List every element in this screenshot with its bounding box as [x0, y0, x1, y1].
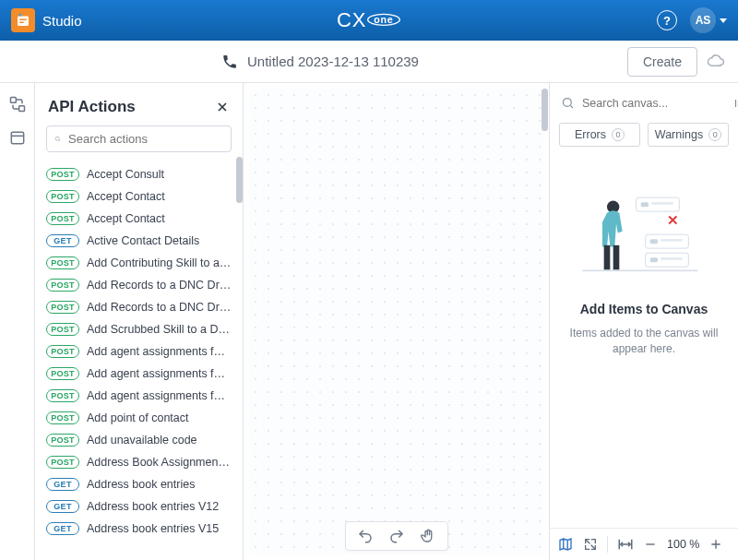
action-item[interactable]: GETAddress book entries V15: [44, 518, 233, 540]
svg-rect-24: [582, 270, 697, 272]
action-item[interactable]: POSTAdd point of contact: [44, 407, 233, 429]
action-item[interactable]: POSTAccept Contact: [44, 208, 233, 230]
fullscreen-icon[interactable]: [583, 537, 598, 552]
top-bar: Studio CX one ? AS: [0, 0, 738, 41]
scrollbar-thumb[interactable]: [236, 157, 243, 203]
canvas-grid[interactable]: [249, 89, 543, 554]
get-badge: GET: [46, 234, 79, 247]
rail-calendar-icon[interactable]: [7, 127, 28, 148]
action-label: Add agent assignments for s…: [87, 389, 232, 402]
action-item[interactable]: POSTAdd Records to a DNC Droup: [44, 274, 233, 296]
svg-text:one: one: [374, 14, 393, 25]
svg-rect-13: [651, 202, 673, 205]
action-item[interactable]: POSTAddress Book Assignment V4: [44, 451, 233, 473]
post-badge: POST: [46, 256, 79, 269]
action-label: Address book entries V15: [87, 522, 219, 535]
svg-rect-7: [18, 106, 24, 112]
action-label: Add agent assignments for s…: [87, 345, 232, 358]
search-actions-input[interactable]: [46, 125, 232, 152]
undo-button[interactable]: [357, 528, 374, 544]
svg-point-3: [19, 14, 22, 17]
action-item[interactable]: POSTAdd Contributing Skill to a D…: [44, 252, 233, 274]
search-canvas-input[interactable]: [559, 92, 729, 113]
action-item[interactable]: POSTAdd Scrubbed Skill to a DNC…: [44, 318, 233, 340]
post-badge: POST: [46, 190, 79, 203]
post-badge: POST: [46, 456, 79, 469]
action-item[interactable]: POSTAdd unavailable code: [44, 429, 233, 451]
post-badge: POST: [46, 345, 79, 358]
document-title: Untitled 2023-12-13 110239: [247, 54, 419, 69]
app-name: Studio: [42, 13, 82, 29]
action-label: Add Scrubbed Skill to a DNC…: [87, 323, 232, 336]
help-icon[interactable]: ?: [657, 10, 677, 30]
canvas-toolbar: [345, 521, 448, 551]
action-item[interactable]: POSTAdd agent assignments for s…: [44, 385, 233, 407]
action-item[interactable]: POSTAccept Consult: [44, 163, 233, 185]
tab-warnings[interactable]: Warnings 0: [648, 123, 729, 147]
action-label: Add Records to a DNC Droup: [87, 301, 232, 314]
post-badge: POST: [46, 411, 79, 424]
action-item[interactable]: GETAddress book entries V12: [44, 495, 233, 518]
action-item[interactable]: GETActive Contact Details: [44, 230, 233, 252]
svg-rect-19: [650, 257, 658, 262]
action-item[interactable]: POSTAdd agent assignments for s…: [44, 363, 233, 385]
post-badge: POST: [46, 323, 79, 336]
zoom-out-button[interactable]: [643, 537, 658, 552]
empty-text: Items added to the canvas will appear he…: [563, 326, 725, 358]
zoom-in-button[interactable]: [708, 537, 723, 552]
workspace: API Actions POSTAccept ConsultPOSTAccept…: [0, 83, 738, 560]
search-actions-field[interactable]: [68, 132, 223, 146]
post-badge: POST: [46, 279, 79, 292]
pan-hand-button[interactable]: [420, 528, 436, 544]
avatar: AS: [690, 7, 716, 33]
search-canvas-field[interactable]: [582, 97, 727, 110]
brand-logo: CX one: [337, 8, 402, 32]
svg-rect-23: [613, 245, 620, 270]
action-label: Add Records to a DNC Droup: [87, 279, 232, 292]
action-item[interactable]: POSTAccept Contact: [44, 185, 233, 208]
tab-errors[interactable]: Errors 0: [559, 123, 640, 147]
scrollbar-thumb[interactable]: [542, 89, 548, 131]
action-label: Add agent assignments for s…: [87, 367, 232, 380]
user-menu[interactable]: AS: [690, 7, 727, 33]
phone-icon: [221, 54, 238, 70]
svg-rect-6: [10, 98, 16, 103]
cloud-sync-icon[interactable]: [707, 53, 725, 71]
svg-rect-0: [18, 17, 29, 27]
action-label: Address book entries: [87, 478, 195, 491]
svg-rect-2: [19, 22, 24, 24]
canvas-area[interactable]: [244, 83, 549, 560]
chevron-down-icon: [720, 18, 727, 23]
id-sort[interactable]: ID: [734, 97, 738, 110]
action-label: Accept Consult: [87, 168, 164, 181]
panel-title: API Actions: [48, 98, 136, 116]
create-button[interactable]: Create: [627, 47, 697, 77]
post-badge: POST: [46, 367, 79, 380]
action-label: Active Contact Details: [87, 234, 199, 247]
left-rail: [0, 83, 35, 560]
action-list[interactable]: POSTAccept ConsultPOSTAccept ContactPOST…: [35, 161, 243, 560]
rail-flow-icon[interactable]: [7, 94, 28, 114]
properties-panel: ID Errors 0 Warnings 0 ✕: [549, 83, 738, 560]
svg-rect-16: [650, 239, 658, 244]
zoom-level: 100 %: [667, 538, 699, 551]
get-badge: GET: [46, 478, 79, 491]
app-logo: [11, 8, 35, 32]
svg-text:✕: ✕: [667, 212, 679, 228]
post-badge: POST: [46, 434, 79, 447]
close-icon[interactable]: [215, 100, 230, 114]
action-label: Add unavailable code: [87, 434, 197, 447]
svg-rect-12: [641, 202, 649, 207]
redo-button[interactable]: [388, 528, 405, 544]
action-item[interactable]: POSTAdd agent assignments for s…: [44, 340, 233, 363]
map-icon[interactable]: [557, 536, 574, 553]
action-item[interactable]: POSTAdd Records to a DNC Droup: [44, 296, 233, 318]
svg-rect-1: [19, 19, 27, 21]
svg-rect-22: [604, 245, 611, 270]
canvas-zoom-toolbar: 100 %: [550, 528, 738, 560]
fit-width-icon[interactable]: [617, 536, 634, 553]
document-bar: Untitled 2023-12-13 110239 Create: [0, 41, 738, 83]
action-label: Add Contributing Skill to a D…: [87, 256, 232, 269]
search-icon: [54, 132, 61, 146]
action-item[interactable]: GETAddress book entries: [44, 473, 233, 495]
